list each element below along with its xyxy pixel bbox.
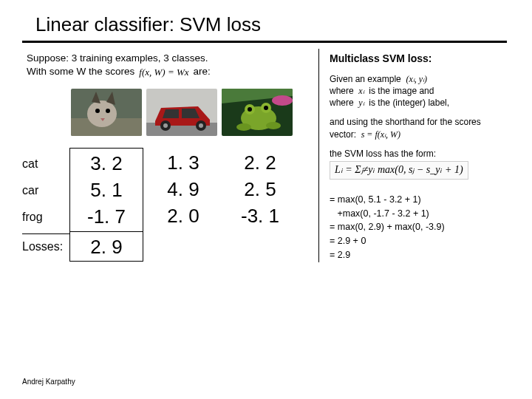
- suppose-line2b: are:: [194, 65, 211, 78]
- given-text-1: Given an example: [330, 74, 401, 84]
- score-vector: s = f(xᵢ, W): [361, 129, 400, 140]
- form-block: the SVM loss has the form: Lᵢ = Σⱼ≠yᵢ ma…: [330, 148, 504, 185]
- score-2-frog: 2. 0: [146, 202, 220, 229]
- svg-point-2: [87, 100, 117, 127]
- suppose-line2: With some W the scores f(x, W) = Wx are:: [27, 65, 311, 78]
- score-1-car: 5. 1: [70, 177, 143, 203]
- suppose-text: Suppose: 3 training examples, 3 classes.…: [22, 49, 311, 78]
- label-losses: Losses:: [22, 233, 69, 258]
- suppose-line1: Suppose: 3 training examples, 3 classes.: [27, 52, 311, 65]
- score-col-3: 2. 2 2. 5 -3. 1: [223, 148, 297, 262]
- score-col-2: 1. 3 4. 9 2. 0: [146, 148, 220, 262]
- loss-1: 2. 9: [70, 231, 143, 258]
- suppose-line2a: With some W the scores: [27, 65, 134, 78]
- example-thumbnails: [71, 89, 311, 136]
- score-3-car: 2. 5: [223, 176, 297, 202]
- svg-point-20: [266, 122, 281, 129]
- svg-point-21: [272, 95, 293, 106]
- multiclass-header: Multiclass SVM loss:: [330, 52, 504, 66]
- score-1-cat: 3. 2: [70, 150, 143, 177]
- svg-point-5: [95, 109, 100, 113]
- svg-point-12: [199, 123, 203, 128]
- score-3-frog: -3. 1: [223, 202, 297, 229]
- shorthand-text: and using the shorthand for the scores v…: [330, 117, 481, 139]
- class-labels: cat car frog Losses:: [22, 148, 69, 258]
- loss-calculation: = max(0, 5.1 - 3.2 + 1) +max(0, -1.7 - 3…: [330, 193, 504, 262]
- frog-image: [222, 89, 293, 136]
- svg-point-6: [106, 109, 110, 113]
- score-2-cat: 1. 3: [146, 149, 220, 176]
- cat-image: [71, 89, 142, 136]
- label-frog: frog: [22, 204, 69, 231]
- xi-symbol: xᵢ: [358, 86, 364, 96]
- right-column: Multiclass SVM loss: Given an example (x…: [319, 49, 511, 262]
- left-column: Suppose: 3 training examples, 3 classes.…: [22, 49, 319, 262]
- label-cat: cat: [22, 151, 69, 177]
- where-1a: where: [330, 86, 354, 96]
- given-block: Given an example (xᵢ, yᵢ) where xᵢ is th…: [330, 73, 504, 109]
- score-2-car: 4. 9: [146, 176, 220, 202]
- svg-point-11: [163, 123, 168, 128]
- content: Suppose: 3 training examples, 3 classes.…: [0, 43, 532, 262]
- has-form-text: the SVM loss has the form:: [330, 148, 504, 160]
- where-1b: is the image and: [369, 86, 434, 96]
- svg-point-17: [248, 107, 252, 112]
- shorthand-block: and using the shorthand for the scores v…: [330, 116, 504, 140]
- score-1-frog: -1. 7: [70, 203, 143, 230]
- score-function: f(x, W) = Wx: [139, 66, 188, 79]
- svm-loss-formula: Lᵢ = Σⱼ≠yᵢ max(0, sⱼ − s_yᵢ + 1): [330, 161, 468, 180]
- score-3-cat: 2. 2: [223, 149, 297, 176]
- where-2b: is the (integer) label,: [369, 98, 449, 108]
- score-col-1: 3. 2 5. 1 -1. 7 2. 9: [69, 148, 143, 262]
- credit: Andrej Karpathy: [22, 378, 75, 386]
- page-title: Linear classifier: SVM loss: [0, 0, 532, 41]
- car-image: [146, 89, 217, 136]
- where-2a: where: [330, 98, 354, 108]
- label-car: car: [22, 177, 69, 204]
- score-area: cat car frog Losses: 3. 2 5. 1 -1. 7 2. …: [22, 148, 311, 262]
- svg-point-19: [236, 123, 251, 131]
- svg-point-18: [264, 106, 268, 110]
- example-pair: (xᵢ, yᵢ): [406, 74, 427, 84]
- yi-symbol: yᵢ: [358, 98, 364, 108]
- score-columns: 3. 2 5. 1 -1. 7 2. 9 1. 3 4. 9 2. 0 2. 2…: [69, 148, 297, 262]
